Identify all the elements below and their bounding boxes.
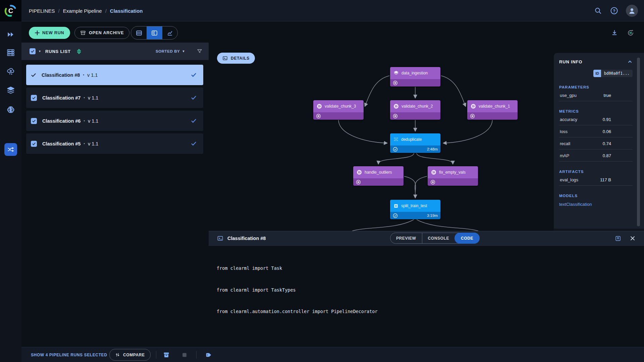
collapse-chevron-up-icon[interactable] xyxy=(627,59,633,64)
param-key: use_gpu xyxy=(560,93,577,98)
node-split-train-test[interactable]: split_train_test 3:19m xyxy=(390,200,440,219)
code-line xyxy=(217,330,378,337)
run-name: Classification #5 xyxy=(42,141,80,146)
abort-action-icon-disabled xyxy=(180,351,189,359)
task-icon xyxy=(431,170,436,175)
details-button[interactable]: DETAILS xyxy=(217,53,255,64)
node-handle-outliers[interactable]: handle_outliers xyxy=(353,166,404,186)
resize-panel-icon[interactable] xyxy=(76,49,82,54)
run-version: v 1.1 xyxy=(88,118,98,124)
artifact-value: 117 B xyxy=(600,177,611,182)
run-id-row: ID bd00a0f1... xyxy=(559,70,633,77)
new-run-label: NEW RUN xyxy=(42,31,64,35)
run-item-classification-5[interactable]: Classification #5 • v 1.1 xyxy=(26,133,203,154)
code-line: from clearml import TaskTypes xyxy=(217,287,378,294)
sidebar xyxy=(0,21,21,362)
sidebar-item-pipelines-active[interactable] xyxy=(4,143,17,156)
code-line: from clearml import Task xyxy=(217,265,378,272)
run-status-check-icon xyxy=(191,141,197,146)
pending-icon xyxy=(356,180,361,185)
node-validate-chunk-2[interactable]: validate_chunk_2 xyxy=(390,100,440,120)
download-icon[interactable] xyxy=(610,28,619,38)
node-label: deduplicate xyxy=(401,137,422,142)
tab-console[interactable]: CONSOLE xyxy=(422,233,455,243)
sidebar-item-datasets-icon[interactable] xyxy=(6,86,15,95)
chart-view-toggle[interactable] xyxy=(162,26,177,39)
help-icon[interactable]: ? xyxy=(610,6,619,15)
run-info-title: RUN INFO xyxy=(559,59,582,64)
run-id-pill[interactable]: ID bd00a0f1... xyxy=(593,70,633,77)
run-version: v 1.1 xyxy=(88,95,98,101)
run-checkbox[interactable] xyxy=(31,95,37,101)
run-info-bottom-strip xyxy=(554,229,644,231)
run-checkbox[interactable] xyxy=(31,141,37,147)
new-run-button[interactable]: NEW RUN xyxy=(29,27,70,39)
code-viewer[interactable]: from clearml import Task from clearml im… xyxy=(217,250,378,362)
parameters-section-title: PARAMETERS xyxy=(559,85,633,89)
tag-action-icon[interactable] xyxy=(204,351,213,359)
completed-check-icon xyxy=(393,147,398,152)
metric-row: accuracy 0.91 xyxy=(559,113,633,125)
node-duration: 3:19m xyxy=(427,214,438,218)
run-item-classification-6[interactable]: Classification #6 • v 1.1 xyxy=(26,111,203,131)
auto-refresh-icon[interactable] xyxy=(626,28,635,38)
plus-icon xyxy=(35,31,40,35)
pending-icon xyxy=(393,114,398,119)
selection-status-text[interactable]: SHOW 4 PIPELINE RUNS SELECTED xyxy=(31,347,107,362)
run-version: v 1.1 xyxy=(87,72,98,78)
tab-preview[interactable]: PREVIEW xyxy=(390,233,422,243)
compare-button[interactable]: COMPARE xyxy=(109,349,151,361)
expand-panel-icon[interactable] xyxy=(615,235,621,242)
run-item-label: Classification #8 • v 1.1 xyxy=(42,72,98,78)
search-icon[interactable] xyxy=(594,6,602,15)
run-item-classification-8[interactable]: Classification #8 • v 1.1 xyxy=(26,65,203,85)
selected-check-icon xyxy=(31,72,36,78)
open-archive-button[interactable]: OPEN ARCHIVE xyxy=(74,27,129,39)
close-panel-icon[interactable] xyxy=(630,236,635,241)
pending-icon xyxy=(393,80,398,85)
node-validate-chunk-3[interactable]: validate_chunk_3 xyxy=(313,100,364,120)
run-info-scrollbar[interactable] xyxy=(637,58,640,226)
metric-value: 0.91 xyxy=(603,117,611,122)
svg-text:C: C xyxy=(8,7,13,14)
metric-key: mAP xyxy=(560,153,569,158)
select-all-caret-icon[interactable]: ▾ xyxy=(39,50,41,53)
node-validate-chunk-1[interactable]: validate_chunk_1 xyxy=(467,100,518,120)
runs-list-header: ▾ RUNS LIST SORTED BY ▾ xyxy=(21,43,209,60)
metric-value: 0.06 xyxy=(603,129,611,134)
filter-icon[interactable] xyxy=(197,48,203,54)
sidebar-item-projects-icon[interactable] xyxy=(6,30,15,39)
bullet-separator: • xyxy=(84,119,85,123)
node-label: validate_chunk_1 xyxy=(479,104,510,109)
breadcrumb-pipelines[interactable]: PIPELINES xyxy=(29,8,55,14)
dag-edges xyxy=(209,43,554,231)
node-fix-empty-vals[interactable]: fix_empty_vals xyxy=(428,166,478,186)
metric-value: 0.74 xyxy=(603,141,611,146)
run-checkbox[interactable] xyxy=(31,118,37,124)
model-link[interactable]: textClassification xyxy=(559,202,633,207)
terminal-icon xyxy=(222,56,228,61)
sorted-by-dropdown[interactable]: SORTED BY ▾ xyxy=(156,49,184,53)
user-avatar[interactable] xyxy=(626,5,638,17)
split-view-toggle-active[interactable] xyxy=(147,26,162,39)
select-all-checkbox[interactable] xyxy=(30,48,36,54)
node-deduplicate[interactable]: deduplicate 2:48m xyxy=(390,133,440,153)
run-item-label: Classification #5 • v 1.1 xyxy=(42,141,98,146)
bottom-panel-title: Classification #8 xyxy=(227,236,266,241)
dataset-icon xyxy=(393,70,399,76)
task-icon xyxy=(357,170,362,175)
tab-code-active[interactable]: CODE xyxy=(454,233,480,244)
breadcrumb-project[interactable]: Example Pipeline xyxy=(63,8,102,14)
clearml-logo[interactable]: C xyxy=(0,0,21,21)
artifact-key: eval_logs xyxy=(560,177,578,182)
run-item-classification-7[interactable]: Classification #7 • v 1.1 xyxy=(26,87,203,108)
archive-action-icon[interactable] xyxy=(162,351,170,359)
sidebar-item-models-icon[interactable] xyxy=(6,105,15,114)
bottom-panel-window-icons xyxy=(615,231,635,246)
clearml-logo-icon: C xyxy=(4,4,17,17)
sidebar-item-workers-icon[interactable] xyxy=(6,48,15,57)
node-label: fix_empty_vals xyxy=(439,170,466,175)
table-view-toggle[interactable] xyxy=(131,26,147,39)
node-data-ingestion[interactable]: data_ingestion xyxy=(390,67,440,86)
sidebar-item-apps-icon[interactable] xyxy=(6,67,15,76)
